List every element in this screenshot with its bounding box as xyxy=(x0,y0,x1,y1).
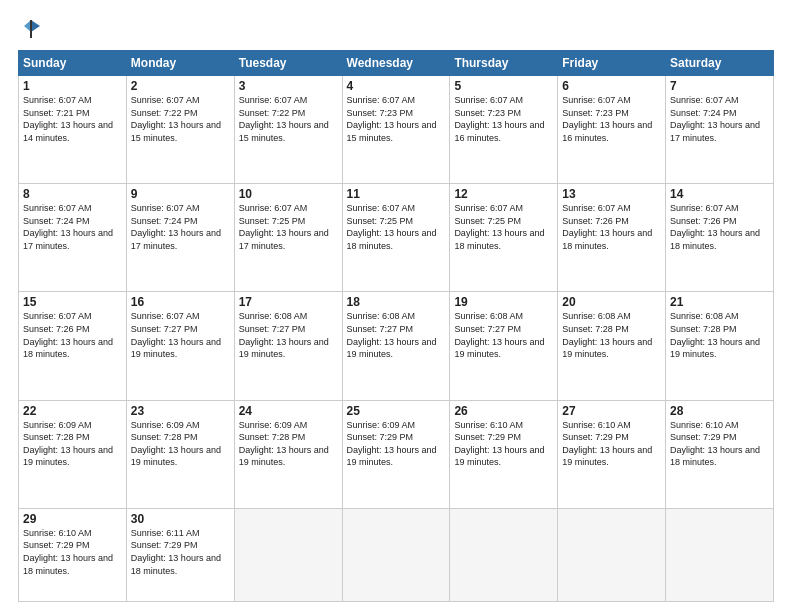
calendar-cell: 29Sunrise: 6:10 AMSunset: 7:29 PMDayligh… xyxy=(19,508,127,601)
day-info: Sunrise: 6:07 AMSunset: 7:25 PMDaylight:… xyxy=(347,203,437,251)
day-number: 23 xyxy=(131,404,230,418)
day-info: Sunrise: 6:07 AMSunset: 7:24 PMDaylight:… xyxy=(131,203,221,251)
calendar-cell: 3Sunrise: 6:07 AMSunset: 7:22 PMDaylight… xyxy=(234,76,342,184)
day-info: Sunrise: 6:07 AMSunset: 7:26 PMDaylight:… xyxy=(562,203,652,251)
calendar-cell xyxy=(450,508,558,601)
day-number: 7 xyxy=(670,79,769,93)
calendar-cell: 24Sunrise: 6:09 AMSunset: 7:28 PMDayligh… xyxy=(234,400,342,508)
calendar-cell: 6Sunrise: 6:07 AMSunset: 7:23 PMDaylight… xyxy=(558,76,666,184)
day-info: Sunrise: 6:10 AMSunset: 7:29 PMDaylight:… xyxy=(670,420,760,468)
day-number: 4 xyxy=(347,79,446,93)
calendar-week-3: 15Sunrise: 6:07 AMSunset: 7:26 PMDayligh… xyxy=(19,292,774,400)
calendar-cell: 2Sunrise: 6:07 AMSunset: 7:22 PMDaylight… xyxy=(126,76,234,184)
calendar-week-5: 29Sunrise: 6:10 AMSunset: 7:29 PMDayligh… xyxy=(19,508,774,601)
day-info: Sunrise: 6:07 AMSunset: 7:21 PMDaylight:… xyxy=(23,95,113,143)
day-info: Sunrise: 6:07 AMSunset: 7:26 PMDaylight:… xyxy=(23,311,113,359)
day-info: Sunrise: 6:07 AMSunset: 7:27 PMDaylight:… xyxy=(131,311,221,359)
day-number: 15 xyxy=(23,295,122,309)
day-info: Sunrise: 6:10 AMSunset: 7:29 PMDaylight:… xyxy=(454,420,544,468)
calendar-week-4: 22Sunrise: 6:09 AMSunset: 7:28 PMDayligh… xyxy=(19,400,774,508)
day-info: Sunrise: 6:08 AMSunset: 7:27 PMDaylight:… xyxy=(347,311,437,359)
day-info: Sunrise: 6:09 AMSunset: 7:28 PMDaylight:… xyxy=(239,420,329,468)
day-number: 13 xyxy=(562,187,661,201)
header xyxy=(18,18,774,40)
day-number: 27 xyxy=(562,404,661,418)
day-info: Sunrise: 6:09 AMSunset: 7:28 PMDaylight:… xyxy=(131,420,221,468)
day-info: Sunrise: 6:08 AMSunset: 7:27 PMDaylight:… xyxy=(454,311,544,359)
calendar-cell: 30Sunrise: 6:11 AMSunset: 7:29 PMDayligh… xyxy=(126,508,234,601)
calendar-header-row: SundayMondayTuesdayWednesdayThursdayFrid… xyxy=(19,51,774,76)
calendar-cell xyxy=(234,508,342,601)
calendar-cell: 18Sunrise: 6:08 AMSunset: 7:27 PMDayligh… xyxy=(342,292,450,400)
day-info: Sunrise: 6:07 AMSunset: 7:25 PMDaylight:… xyxy=(454,203,544,251)
day-number: 18 xyxy=(347,295,446,309)
day-number: 19 xyxy=(454,295,553,309)
calendar-cell: 9Sunrise: 6:07 AMSunset: 7:24 PMDaylight… xyxy=(126,184,234,292)
calendar-cell: 13Sunrise: 6:07 AMSunset: 7:26 PMDayligh… xyxy=(558,184,666,292)
column-header-friday: Friday xyxy=(558,51,666,76)
day-number: 25 xyxy=(347,404,446,418)
calendar-cell: 28Sunrise: 6:10 AMSunset: 7:29 PMDayligh… xyxy=(666,400,774,508)
calendar-cell: 19Sunrise: 6:08 AMSunset: 7:27 PMDayligh… xyxy=(450,292,558,400)
logo xyxy=(18,18,42,40)
calendar-cell xyxy=(558,508,666,601)
day-info: Sunrise: 6:10 AMSunset: 7:29 PMDaylight:… xyxy=(562,420,652,468)
day-info: Sunrise: 6:07 AMSunset: 7:23 PMDaylight:… xyxy=(454,95,544,143)
column-header-saturday: Saturday xyxy=(666,51,774,76)
day-info: Sunrise: 6:10 AMSunset: 7:29 PMDaylight:… xyxy=(23,528,113,576)
calendar-cell: 17Sunrise: 6:08 AMSunset: 7:27 PMDayligh… xyxy=(234,292,342,400)
day-info: Sunrise: 6:09 AMSunset: 7:29 PMDaylight:… xyxy=(347,420,437,468)
day-number: 1 xyxy=(23,79,122,93)
logo-flag-icon xyxy=(20,18,42,40)
day-info: Sunrise: 6:08 AMSunset: 7:28 PMDaylight:… xyxy=(670,311,760,359)
column-header-monday: Monday xyxy=(126,51,234,76)
day-number: 12 xyxy=(454,187,553,201)
calendar-week-1: 1Sunrise: 6:07 AMSunset: 7:21 PMDaylight… xyxy=(19,76,774,184)
day-number: 22 xyxy=(23,404,122,418)
day-number: 8 xyxy=(23,187,122,201)
day-number: 9 xyxy=(131,187,230,201)
calendar-week-2: 8Sunrise: 6:07 AMSunset: 7:24 PMDaylight… xyxy=(19,184,774,292)
day-info: Sunrise: 6:07 AMSunset: 7:25 PMDaylight:… xyxy=(239,203,329,251)
day-number: 3 xyxy=(239,79,338,93)
calendar-body: 1Sunrise: 6:07 AMSunset: 7:21 PMDaylight… xyxy=(19,76,774,602)
page: SundayMondayTuesdayWednesdayThursdayFrid… xyxy=(0,0,792,612)
calendar-cell: 15Sunrise: 6:07 AMSunset: 7:26 PMDayligh… xyxy=(19,292,127,400)
calendar-cell: 22Sunrise: 6:09 AMSunset: 7:28 PMDayligh… xyxy=(19,400,127,508)
day-info: Sunrise: 6:11 AMSunset: 7:29 PMDaylight:… xyxy=(131,528,221,576)
day-info: Sunrise: 6:07 AMSunset: 7:23 PMDaylight:… xyxy=(562,95,652,143)
calendar-cell: 14Sunrise: 6:07 AMSunset: 7:26 PMDayligh… xyxy=(666,184,774,292)
calendar-cell: 25Sunrise: 6:09 AMSunset: 7:29 PMDayligh… xyxy=(342,400,450,508)
calendar-cell: 27Sunrise: 6:10 AMSunset: 7:29 PMDayligh… xyxy=(558,400,666,508)
day-info: Sunrise: 6:07 AMSunset: 7:26 PMDaylight:… xyxy=(670,203,760,251)
day-number: 28 xyxy=(670,404,769,418)
day-number: 10 xyxy=(239,187,338,201)
day-info: Sunrise: 6:08 AMSunset: 7:27 PMDaylight:… xyxy=(239,311,329,359)
day-number: 17 xyxy=(239,295,338,309)
calendar-cell xyxy=(666,508,774,601)
svg-marker-1 xyxy=(24,20,31,32)
svg-marker-0 xyxy=(31,20,40,32)
day-info: Sunrise: 6:07 AMSunset: 7:24 PMDaylight:… xyxy=(23,203,113,251)
column-header-tuesday: Tuesday xyxy=(234,51,342,76)
column-header-thursday: Thursday xyxy=(450,51,558,76)
day-number: 20 xyxy=(562,295,661,309)
day-info: Sunrise: 6:07 AMSunset: 7:22 PMDaylight:… xyxy=(131,95,221,143)
day-number: 21 xyxy=(670,295,769,309)
calendar-cell: 21Sunrise: 6:08 AMSunset: 7:28 PMDayligh… xyxy=(666,292,774,400)
calendar-cell: 10Sunrise: 6:07 AMSunset: 7:25 PMDayligh… xyxy=(234,184,342,292)
calendar-cell: 7Sunrise: 6:07 AMSunset: 7:24 PMDaylight… xyxy=(666,76,774,184)
day-number: 11 xyxy=(347,187,446,201)
calendar-cell: 16Sunrise: 6:07 AMSunset: 7:27 PMDayligh… xyxy=(126,292,234,400)
day-info: Sunrise: 6:07 AMSunset: 7:22 PMDaylight:… xyxy=(239,95,329,143)
day-number: 26 xyxy=(454,404,553,418)
calendar-cell: 26Sunrise: 6:10 AMSunset: 7:29 PMDayligh… xyxy=(450,400,558,508)
day-number: 16 xyxy=(131,295,230,309)
calendar-cell: 23Sunrise: 6:09 AMSunset: 7:28 PMDayligh… xyxy=(126,400,234,508)
calendar-cell: 8Sunrise: 6:07 AMSunset: 7:24 PMDaylight… xyxy=(19,184,127,292)
calendar-cell: 12Sunrise: 6:07 AMSunset: 7:25 PMDayligh… xyxy=(450,184,558,292)
calendar-cell: 20Sunrise: 6:08 AMSunset: 7:28 PMDayligh… xyxy=(558,292,666,400)
day-info: Sunrise: 6:07 AMSunset: 7:23 PMDaylight:… xyxy=(347,95,437,143)
day-number: 29 xyxy=(23,512,122,526)
svg-rect-2 xyxy=(30,20,32,38)
